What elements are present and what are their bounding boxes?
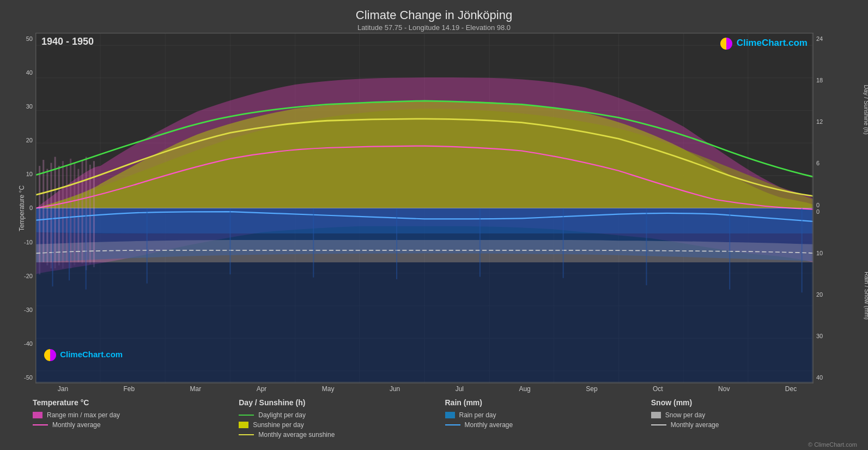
legend-line-daylight [239, 415, 254, 416]
logo-icon-bottom [44, 349, 56, 361]
svg-rect-29 [58, 166, 60, 265]
svg-rect-35 [82, 160, 83, 263]
month-apr: Apr [257, 385, 267, 393]
logo-icon-top [720, 38, 732, 50]
svg-rect-39 [36, 262, 813, 383]
legend-title-snow: Snow (mm) [651, 398, 857, 407]
legend-title-sunshine: Day / Sunshine (h) [239, 398, 445, 407]
legend-column-temperature: Temperature °C Range min / max per day M… [33, 398, 239, 439]
month-feb: Feb [123, 385, 135, 393]
legend-swatch-sunshine [239, 422, 248, 428]
chart-subtitle: Latitude 57.75 - Longitude 14.19 - Eleva… [0, 23, 868, 32]
svg-rect-26 [46, 169, 48, 266]
legend-line-snow-avg [651, 424, 666, 425]
svg-rect-33 [74, 163, 75, 266]
y-left-label-text: Temperature °C [18, 176, 26, 241]
right-axis-label-sunshine: Day / Sunshine (h) [863, 85, 868, 135]
month-jun: Jun [390, 385, 400, 393]
legend-label-monthly-avg-temp: Monthly average [52, 421, 101, 429]
logo-bottom-left: ClimeChart.com [44, 349, 123, 361]
legend-item-sunshine: Sunshine per day [239, 421, 445, 429]
legend-swatch-rain [445, 412, 455, 418]
month-oct: Oct [653, 385, 663, 393]
y-axis-right-top: 24 18 12 6 0 [814, 33, 863, 208]
legend-item-rain-avg: Monthly average [445, 421, 651, 429]
chart-header: Climate Change in Jönköping Latitude 57.… [0, 5, 868, 33]
month-dec: Dec [785, 385, 797, 393]
month-sep: Sep [586, 385, 597, 393]
chart-plot-area: 1940 - 1950 ClimeChart.com ClimeChart.co… [35, 33, 814, 383]
svg-rect-31 [66, 165, 68, 262]
legend-swatch-temp-range [33, 412, 43, 418]
month-may: May [322, 385, 335, 393]
legend-swatch-snow [651, 412, 661, 418]
chart-title: Climate Change in Jönköping [0, 8, 868, 22]
y-axis-left: Temperature °C 50 40 30 20 10 0 -10 -20 … [5, 33, 35, 383]
logo-top-right: ClimeChart.com [720, 38, 808, 50]
legend-item-snow-avg: Monthly average [651, 421, 857, 429]
legend-label-snow-per-day: Snow per day [665, 411, 705, 419]
legend-item-temp-range: Range min / max per day [33, 411, 239, 419]
chart-svg [36, 33, 813, 383]
legend-label-monthly-avg-snow: Monthly average [671, 421, 719, 429]
main-container: Climate Change in Jönköping Latitude 57.… [0, 0, 868, 450]
month-aug: Aug [519, 385, 530, 393]
legend-item-rain: Rain per day [445, 411, 651, 419]
legend-title-temp: Temperature °C [33, 398, 239, 407]
legend-area: Temperature °C Range min / max per day M… [0, 394, 868, 441]
copyright-text: © ClimeChart.com [0, 441, 868, 450]
month-mar: Mar [190, 385, 202, 393]
legend-item-temp-avg: Monthly average [33, 421, 239, 429]
right-axis-label-rain: Rain / Snow (mm) [864, 272, 868, 320]
legend-title-rain: Rain (mm) [445, 398, 651, 407]
legend-item-snow: Snow per day [651, 411, 857, 419]
legend-line-temp-avg [33, 424, 48, 425]
chart-area-wrapper: Temperature °C 50 40 30 20 10 0 -10 -20 … [0, 33, 868, 383]
svg-rect-37 [89, 165, 91, 264]
legend-item-daylight: Daylight per day [239, 411, 445, 419]
legend-column-sunshine: Day / Sunshine (h) Daylight per day Suns… [239, 398, 445, 439]
year-range-label: 1940 - 1950 [41, 36, 94, 47]
svg-rect-25 [43, 160, 44, 262]
legend-column-snow: Snow (mm) Snow per day Monthly average [651, 398, 857, 439]
legend-item-sunshine-avg: Monthly average sunshine [239, 431, 445, 439]
legend-column-rain: Rain (mm) Rain per day Monthly average [445, 398, 651, 439]
y-axis-right-bottom: 0 10 20 30 40 [814, 208, 863, 384]
month-nov: Nov [718, 385, 730, 393]
month-jan: Jan [58, 385, 68, 393]
x-axis-labels: Jan Feb Mar Apr May Jun Jul Aug Sep Oct … [30, 383, 824, 394]
legend-line-sunshine-avg [239, 434, 254, 435]
y-axis-right: 24 18 12 6 0 0 10 20 30 40 Day / Sunshin… [814, 33, 863, 383]
svg-rect-28 [54, 157, 56, 268]
legend-line-rain-avg [445, 424, 460, 425]
legend-label-monthly-avg-rain: Monthly average [465, 421, 513, 429]
month-jul: Jul [456, 385, 464, 393]
